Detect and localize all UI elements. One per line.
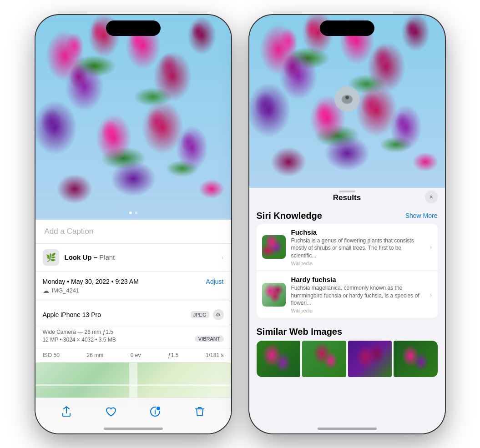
hardy-name: Hardy fuchsia bbox=[291, 276, 424, 283]
date-section: Monday • May 30, 2022 • 9:23 AM Adjust ☁… bbox=[35, 272, 231, 301]
vibrant-badge: VIBRANT bbox=[195, 336, 224, 342]
right-photo-area bbox=[249, 15, 445, 188]
home-indicator bbox=[104, 428, 163, 430]
left-screen: Add a Caption 🌿 Look Up – Plant › Monday… bbox=[35, 15, 231, 433]
web-images-section: Similar Web Images bbox=[249, 322, 445, 384]
badge-row: JPEG ⚙ bbox=[191, 309, 224, 320]
date-text: Monday • May 30, 2022 • 9:23 AM bbox=[43, 278, 139, 285]
siri-knowledge-title: Siri Knowledge bbox=[257, 211, 322, 221]
share-button[interactable] bbox=[58, 403, 75, 420]
lookup-chevron: › bbox=[222, 254, 224, 261]
web-images-grid bbox=[257, 341, 438, 377]
fuchsia-thumbnail bbox=[262, 235, 286, 259]
resolution-spec: 12 MP • 3024 × 4032 • 3.5 MB VIBRANT bbox=[43, 337, 224, 343]
shutter-speed: 1/181 s bbox=[206, 352, 223, 358]
camera-specs: Wide Camera — 26 mm ƒ1.5 12 MP • 3024 × … bbox=[35, 325, 231, 348]
hardy-source: Wikipedia bbox=[291, 308, 424, 313]
camera-model-row: Apple iPhone 13 Pro JPEG ⚙ bbox=[35, 305, 231, 325]
visual-look-up-icon: 🌿 bbox=[43, 249, 59, 266]
wide-camera-spec: Wide Camera — 26 mm ƒ1.5 bbox=[43, 329, 224, 335]
web-image-2[interactable] bbox=[302, 341, 346, 377]
visual-ai-badge bbox=[334, 86, 360, 111]
cloud-icon: ☁ bbox=[43, 287, 49, 294]
camera-model: Apple iPhone 13 Pro bbox=[43, 311, 101, 318]
dynamic-island-right bbox=[320, 20, 374, 36]
photo-area[interactable] bbox=[35, 15, 231, 220]
camera-section: Apple iPhone 13 Pro JPEG ⚙ Wide Camera —… bbox=[35, 305, 231, 362]
results-title: Results bbox=[333, 193, 361, 202]
right-screen: Results × Siri Knowledge Show More bbox=[249, 15, 445, 433]
caption-area[interactable]: Add a Caption bbox=[35, 220, 231, 244]
drag-handle bbox=[339, 191, 355, 192]
web-image-3[interactable] bbox=[348, 341, 392, 377]
favorite-button[interactable] bbox=[103, 403, 119, 420]
results-panel[interactable]: Results × Siri Knowledge Show More bbox=[249, 188, 445, 433]
hardy-thumbnail bbox=[262, 283, 286, 307]
focal-length: 26 mm bbox=[86, 352, 103, 358]
delete-button[interactable] bbox=[192, 403, 208, 420]
hardy-info: Hardy fuchsia Fuchsia magellanica, commo… bbox=[291, 276, 424, 313]
lookup-text: Look Up – Plant bbox=[65, 253, 115, 261]
knowledge-item-hardy[interactable]: Hardy fuchsia Fuchsia magellanica, commo… bbox=[257, 271, 438, 318]
knowledge-card: Fuchsia Fuchsia is a genus of flowering … bbox=[257, 224, 438, 318]
fuchsia-desc: Fuchsia is a genus of flowering plants t… bbox=[291, 237, 424, 260]
dynamic-island bbox=[106, 20, 161, 36]
filename: IMG_4241 bbox=[52, 287, 80, 294]
hardy-desc: Fuchsia magellanica, commonly known as t… bbox=[291, 284, 424, 307]
left-phone: Add a Caption 🌿 Look Up – Plant › Monday… bbox=[35, 15, 231, 433]
caption-placeholder: Add a Caption bbox=[45, 227, 94, 236]
knowledge-section: Siri Knowledge Show More Fuchsia Fuchsia… bbox=[249, 206, 445, 322]
siri-knowledge-header: Siri Knowledge Show More bbox=[257, 206, 438, 224]
gear-icon[interactable]: ⚙ bbox=[213, 309, 224, 320]
show-more-button[interactable]: Show More bbox=[405, 212, 438, 219]
flower-overlay bbox=[35, 15, 231, 220]
results-header: Results × bbox=[249, 188, 445, 206]
aperture: ƒ1.5 bbox=[168, 352, 178, 358]
info-badge-dot bbox=[156, 406, 161, 411]
right-phone: Results × Siri Knowledge Show More bbox=[249, 15, 445, 433]
fuchsia-source: Wikipedia bbox=[291, 261, 424, 266]
knowledge-item-fuchsia[interactable]: Fuchsia Fuchsia is a genus of flowering … bbox=[257, 224, 438, 271]
iso: ISO 50 bbox=[43, 352, 60, 358]
home-indicator-right bbox=[318, 428, 377, 430]
close-button[interactable]: × bbox=[425, 191, 438, 203]
web-images-title: Similar Web Images bbox=[257, 322, 438, 341]
exif-row: ISO 50 26 mm 0 ev ƒ1.5 1/181 s bbox=[35, 348, 231, 362]
fuchsia-name: Fuchsia bbox=[291, 228, 424, 236]
lookup-row[interactable]: 🌿 Look Up – Plant › bbox=[35, 244, 231, 272]
format-badge: JPEG bbox=[191, 311, 209, 318]
web-image-4[interactable] bbox=[394, 341, 438, 377]
fuchsia-info: Fuchsia Fuchsia is a genus of flowering … bbox=[291, 228, 424, 266]
info-button[interactable] bbox=[147, 403, 163, 420]
page-dot-2 bbox=[135, 211, 137, 214]
adjust-button[interactable]: Adjust bbox=[206, 278, 224, 285]
fuchsia-chevron: › bbox=[430, 243, 432, 251]
page-dot-1 bbox=[129, 211, 132, 214]
hardy-chevron: › bbox=[430, 291, 432, 298]
svg-point-2 bbox=[345, 96, 349, 99]
web-image-1[interactable] bbox=[257, 341, 301, 377]
page-dots bbox=[129, 211, 137, 214]
ev: 0 ev bbox=[131, 352, 141, 358]
